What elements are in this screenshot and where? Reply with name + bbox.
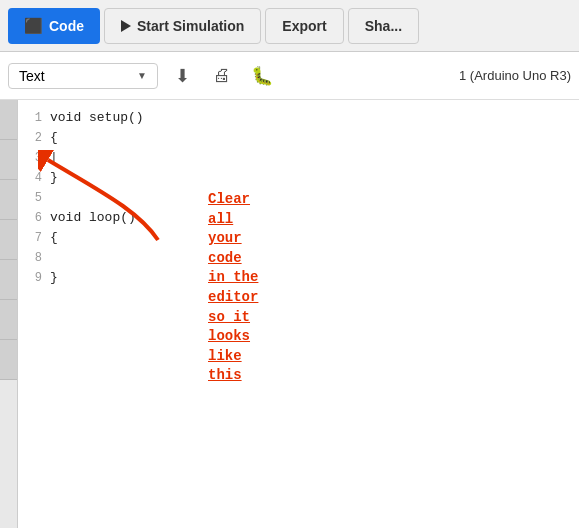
line-number: 9 — [18, 268, 50, 288]
print-icon: 🖨 — [213, 65, 231, 86]
code-line-9: 9} — [18, 268, 579, 288]
line-number: 8 — [18, 248, 50, 268]
line-text: } — [50, 168, 58, 188]
line-number: 5 — [18, 188, 50, 208]
simulate-tab[interactable]: Start Simulation — [104, 8, 261, 44]
simulate-tab-label: Start Simulation — [137, 18, 244, 34]
left-panel-5[interactable] — [0, 260, 17, 300]
line-text: void setup() — [50, 108, 144, 128]
code-line-7: 7{ — [18, 228, 579, 248]
code-line-6: 6void loop() — [18, 208, 579, 228]
code-line-4: 4} — [18, 168, 579, 188]
code-line-5: 5 — [18, 188, 579, 208]
share-tab-label: Sha... — [365, 18, 402, 34]
line-text: { — [50, 228, 58, 248]
share-tab[interactable]: Sha... — [348, 8, 419, 44]
download-button[interactable]: ⬇ — [166, 60, 198, 92]
left-panel-6[interactable] — [0, 300, 17, 340]
left-panel-4[interactable] — [0, 220, 17, 260]
left-panel-2[interactable] — [0, 140, 17, 180]
code-editor[interactable]: 1void setup()2{34}56void loop()7{89} Cle… — [18, 100, 579, 528]
left-panel-1[interactable] — [0, 100, 17, 140]
line-number: 2 — [18, 128, 50, 148]
left-panel-7[interactable] — [0, 340, 17, 380]
chevron-down-icon: ▼ — [137, 70, 147, 81]
code-line-3: 3 — [18, 148, 579, 168]
bug-icon: 🐛 — [251, 65, 273, 87]
toolbar: Text ▼ ⬇ 🖨 🐛 1 (Arduino Uno R3) — [0, 52, 579, 100]
line-number: 6 — [18, 208, 50, 228]
line-text: } — [50, 268, 58, 288]
play-icon — [121, 20, 131, 32]
export-tab[interactable]: Export — [265, 8, 343, 44]
left-panels — [0, 100, 18, 528]
language-select[interactable]: Text ▼ — [8, 63, 158, 89]
line-number: 7 — [18, 228, 50, 248]
line-text: void loop() — [50, 208, 136, 228]
code-line-8: 8 — [18, 248, 579, 268]
code-tab-label: Code — [49, 18, 84, 34]
download-icon: ⬇ — [175, 65, 190, 87]
code-line-1: 1void setup() — [18, 108, 579, 128]
board-label: 1 (Arduino Uno R3) — [459, 68, 571, 83]
line-number: 1 — [18, 108, 50, 128]
main-area: 1void setup()2{34}56void loop()7{89} Cle… — [0, 100, 579, 528]
left-panel-3[interactable] — [0, 180, 17, 220]
language-select-value: Text — [19, 68, 45, 84]
print-button[interactable]: 🖨 — [206, 60, 238, 92]
top-bar: ⬛ Code Start Simulation Export Sha... — [0, 0, 579, 52]
debug-button[interactable]: 🐛 — [246, 60, 278, 92]
monitor-icon: ⬛ — [24, 17, 43, 35]
export-tab-label: Export — [282, 18, 326, 34]
line-text: { — [50, 128, 58, 148]
line-number: 3 — [18, 148, 50, 168]
code-line-2: 2{ — [18, 128, 579, 148]
line-text — [50, 148, 58, 168]
line-number: 4 — [18, 168, 50, 188]
code-tab[interactable]: ⬛ Code — [8, 8, 100, 44]
